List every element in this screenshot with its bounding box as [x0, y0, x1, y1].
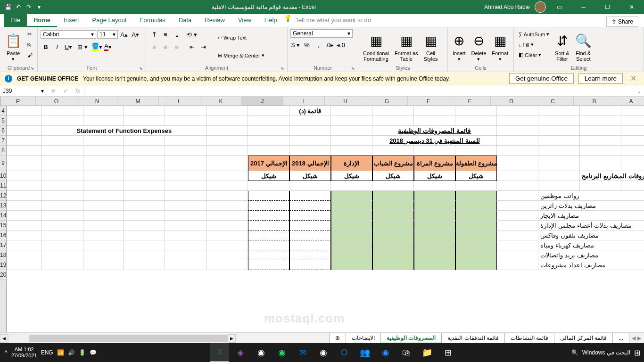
- cell[interactable]: [248, 221, 289, 230]
- cell[interactable]: [7, 116, 42, 126]
- cell[interactable]: [206, 211, 248, 221]
- cell[interactable]: [206, 146, 248, 156]
- row-header-16[interactable]: 16: [0, 230, 6, 240]
- orientation-button[interactable]: ⟲ ▾: [187, 29, 197, 40]
- wrap-text-button[interactable]: ↩Wrap Text: [216, 33, 266, 43]
- tab-data[interactable]: Data: [172, 14, 198, 27]
- enter-formula-icon[interactable]: ✓: [59, 85, 72, 96]
- cell[interactable]: [124, 146, 165, 156]
- learn-more-button[interactable]: Learn more: [578, 73, 623, 84]
- tab-help[interactable]: Help: [258, 14, 284, 27]
- taskbar-vs-icon[interactable]: ◈: [231, 343, 250, 362]
- cell[interactable]: [414, 106, 455, 116]
- cell[interactable]: [372, 211, 414, 221]
- cell[interactable]: [42, 181, 83, 191]
- col-header-G[interactable]: G: [366, 97, 408, 106]
- cell[interactable]: [414, 260, 455, 270]
- cell[interactable]: [455, 250, 497, 260]
- tell-me-input[interactable]: Tell me what you want to do: [292, 14, 378, 27]
- sheet-nav-next-icon[interactable]: ▶: [637, 335, 641, 341]
- cell[interactable]: [124, 191, 165, 201]
- scroll-left-button[interactable]: ◀: [0, 334, 8, 343]
- cell[interactable]: [7, 181, 42, 191]
- cell[interactable]: [331, 181, 372, 191]
- increase-indent-button[interactable]: ⇥: [198, 41, 208, 52]
- cell[interactable]: [497, 181, 538, 191]
- cell[interactable]: [289, 221, 331, 230]
- tray-chevron-icon[interactable]: ^: [5, 349, 8, 356]
- cell[interactable]: الإدارة: [331, 156, 372, 171]
- row-header-14[interactable]: 14: [0, 211, 6, 221]
- cell[interactable]: [455, 181, 497, 191]
- decrease-font-button[interactable]: A▾: [130, 29, 140, 40]
- cell[interactable]: [621, 136, 644, 146]
- ribbon-display-icon[interactable]: ▭: [549, 0, 570, 14]
- tab-formulas[interactable]: Formulas: [133, 14, 172, 27]
- cell[interactable]: [497, 211, 538, 221]
- cell[interactable]: شيكل: [248, 171, 289, 181]
- save-icon[interactable]: 💾: [4, 3, 12, 11]
- fill-button[interactable]: ↓Fill ▾: [517, 40, 551, 49]
- cell[interactable]: [124, 156, 165, 171]
- cell[interactable]: [83, 191, 124, 201]
- cell[interactable]: [455, 230, 497, 240]
- notification-icon[interactable]: 💬: [90, 349, 97, 356]
- col-header-F[interactable]: F: [408, 97, 449, 106]
- cell[interactable]: [42, 230, 83, 240]
- cell[interactable]: [42, 146, 83, 156]
- cell[interactable]: شيكل: [289, 171, 331, 181]
- sheet-tab-1[interactable]: قائمة المركز المالي: [554, 333, 613, 344]
- cell[interactable]: [331, 230, 372, 240]
- cell[interactable]: [7, 156, 42, 171]
- format-cells-button[interactable]: ▦ Format▾: [490, 29, 510, 64]
- cell[interactable]: [7, 126, 42, 136]
- alignment-launcher-icon[interactable]: ⬊: [281, 66, 284, 71]
- cell[interactable]: [289, 260, 331, 270]
- cell[interactable]: [83, 250, 124, 260]
- cell[interactable]: [42, 250, 83, 260]
- cell[interactable]: مشروع المراة: [414, 156, 455, 171]
- cell[interactable]: [165, 191, 206, 201]
- cell[interactable]: [42, 201, 83, 211]
- cell[interactable]: [414, 116, 455, 126]
- cell[interactable]: [124, 221, 165, 230]
- cell[interactable]: مصاريف بدلات زائرين: [538, 201, 644, 211]
- cell[interactable]: [206, 240, 248, 250]
- align-right-button[interactable]: ≡: [172, 41, 182, 52]
- cell[interactable]: رواتب موظفين: [538, 191, 644, 201]
- col-header-I[interactable]: I: [283, 97, 325, 106]
- user-name[interactable]: Ahmed Abu Rabie: [484, 4, 530, 10]
- cell[interactable]: [83, 106, 124, 116]
- cell[interactable]: [124, 171, 165, 181]
- new-sheet-button[interactable]: ⊕: [329, 333, 346, 344]
- row-header-19[interactable]: 19: [0, 260, 6, 270]
- cell[interactable]: [42, 171, 83, 181]
- cell[interactable]: شيكل: [372, 171, 414, 181]
- row-header-9[interactable]: 9: [0, 156, 6, 171]
- cell[interactable]: [414, 191, 455, 201]
- cell[interactable]: [124, 136, 165, 146]
- cell[interactable]: [331, 240, 372, 250]
- cell[interactable]: [372, 260, 414, 270]
- cell[interactable]: [331, 136, 372, 146]
- avatar[interactable]: [535, 1, 546, 13]
- cell[interactable]: [7, 260, 42, 270]
- cell[interactable]: [414, 240, 455, 250]
- taskbar-whatsapp-icon[interactable]: ◉: [272, 343, 291, 362]
- cell[interactable]: [124, 230, 165, 240]
- align-top-button[interactable]: ⤒: [149, 29, 159, 40]
- cell[interactable]: [42, 191, 83, 201]
- sort-filter-button[interactable]: ⇵ Sort & Filter: [553, 29, 571, 64]
- cell[interactable]: [124, 201, 165, 211]
- cell[interactable]: [165, 116, 206, 126]
- cell[interactable]: [42, 260, 83, 270]
- clear-button[interactable]: ◧Clear ▾: [517, 50, 551, 60]
- cell[interactable]: [7, 230, 42, 240]
- cell[interactable]: [538, 156, 580, 171]
- cell[interactable]: مصاريف اعداد مشروعات: [538, 260, 644, 270]
- row-header-6[interactable]: 6: [0, 126, 6, 136]
- underline-button[interactable]: U ▾: [63, 41, 74, 52]
- cell[interactable]: [165, 136, 206, 146]
- cell[interactable]: [206, 260, 248, 270]
- align-center-button[interactable]: ≡: [160, 41, 171, 52]
